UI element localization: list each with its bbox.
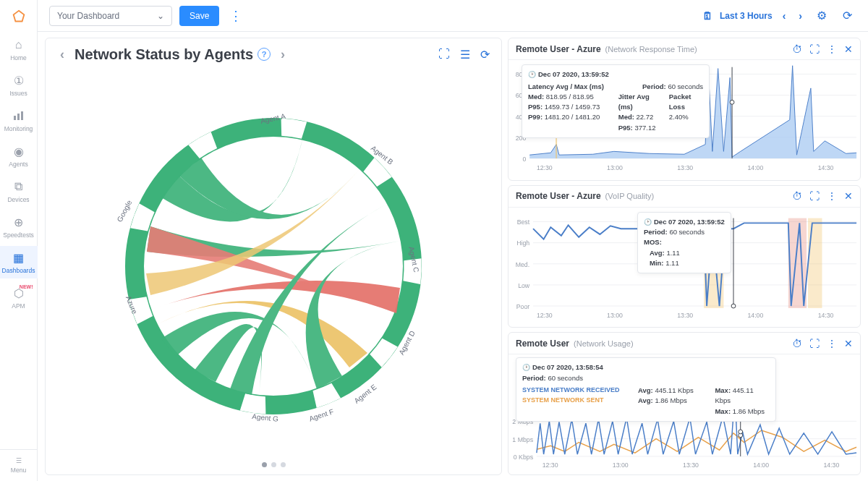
save-button[interactable]: Save [179, 6, 219, 26]
rail-home[interactable]: ⌂Home [0, 33, 38, 66]
expand-icon[interactable]: ⛶ [809, 190, 820, 202]
rail-issues[interactable]: ①Issues [0, 69, 38, 101]
rail-dashboards[interactable]: ▦Dashboards [0, 246, 38, 278]
refresh-icon[interactable]: ⟳ [838, 9, 856, 22]
side-rail: ⌂Home ①Issues Monitoring ◉Agents ⧉Device… [0, 0, 38, 481]
svg-text:0 Kbps: 0 Kbps [514, 454, 534, 461]
rail-monitoring[interactable]: Monitoring [0, 104, 38, 137]
agents-icon: ◉ [12, 144, 26, 158]
close-icon[interactable]: ✕ [844, 190, 853, 202]
settings-icon[interactable]: ⚙ [812, 9, 831, 22]
filter-icon[interactable]: ☰ [460, 48, 470, 61]
tooltip: 🕑Dec 07 2020, 13:59:52 Latency Avg / Max… [522, 64, 710, 138]
clock-icon: 🕑 [528, 71, 536, 78]
help-icon[interactable]: ? [258, 48, 271, 61]
svg-text:12:30: 12:30 [537, 311, 553, 318]
pager-dot-1[interactable] [262, 462, 267, 467]
devices-icon: ⧉ [12, 179, 26, 194]
svg-text:12:30: 12:30 [542, 461, 558, 469]
dashboard-select[interactable]: Your Dashboard ⌄ [49, 6, 172, 26]
svg-rect-2 [21, 111, 23, 120]
stopwatch-icon[interactable]: ⏱ [792, 338, 802, 349]
svg-rect-0 [14, 116, 16, 120]
svg-text:13:00: 13:00 [613, 461, 629, 469]
speedtest-icon: ⊕ [12, 215, 26, 229]
app-logo [10, 9, 27, 26]
chevron-down-icon: ⌄ [157, 11, 164, 21]
issues-icon: ① [12, 73, 26, 88]
tooltip: 🕑Dec 07 2020, 13:58:54 Period: 60 second… [516, 357, 776, 422]
expand-icon[interactable]: ⛶ [438, 48, 450, 61]
clock-icon: 🕑 [644, 218, 652, 226]
rail-menu[interactable]: ☰Menu [0, 449, 38, 481]
panel-next-icon[interactable]: › [278, 47, 288, 62]
monitoring-icon [12, 108, 26, 123]
panel-title: Network Status by Agents ? [75, 46, 271, 63]
calendar-icon: 🗓 [702, 10, 712, 22]
pager-dot-3[interactable] [281, 462, 286, 467]
chart-usage: Remote User (Network Usage) ⏱ ⛶ ⋮ ✕ [508, 332, 861, 475]
svg-text:Google: Google [116, 199, 134, 224]
menu-icon: ☰ [16, 457, 22, 464]
chord-panel: ‹ Network Status by Agents ? › ⛶ ☰ ⟳ [45, 38, 502, 475]
svg-text:Best: Best [517, 218, 530, 226]
svg-text:Agent F: Agent F [308, 407, 335, 422]
rail-agents[interactable]: ◉Agents [0, 140, 38, 172]
svg-point-46 [731, 304, 736, 308]
svg-text:13:30: 13:30 [677, 164, 693, 171]
expand-icon[interactable]: ⛶ [809, 338, 820, 349]
pager-dot-2[interactable] [271, 462, 276, 467]
time-range[interactable]: 🗓 Last 3 Hours ‹ › [702, 10, 805, 22]
svg-text:14:30: 14:30 [823, 461, 839, 469]
more-icon[interactable]: ⋮ [827, 43, 837, 55]
tooltip: 🕑Dec 07 2020, 13:59:52 Period: 60 second… [637, 212, 731, 274]
svg-point-26 [730, 100, 734, 104]
svg-text:Low: Low [518, 281, 530, 289]
svg-text:High: High [516, 239, 529, 247]
pager-dots[interactable] [46, 462, 501, 474]
svg-text:Poor: Poor [516, 303, 530, 310]
more-icon[interactable]: ⋮ [226, 8, 245, 24]
chart-response-time: Remote User - Azure (Network Response Ti… [508, 38, 861, 181]
rail-apm[interactable]: NEW!⬡APM [0, 281, 38, 314]
svg-text:14:00: 14:00 [747, 164, 763, 171]
svg-text:Med.: Med. [516, 260, 529, 268]
svg-text:12:30: 12:30 [537, 164, 553, 171]
reload-icon[interactable]: ⟳ [480, 48, 490, 61]
rail-speedtests[interactable]: ⊕Speedtests [0, 210, 38, 243]
svg-text:14:00: 14:00 [753, 461, 769, 469]
panel-prev-icon[interactable]: ‹ [57, 47, 67, 62]
svg-text:13:00: 13:00 [607, 164, 623, 171]
svg-text:14:30: 14:30 [818, 311, 834, 318]
svg-text:14:30: 14:30 [818, 164, 834, 171]
stopwatch-icon[interactable]: ⏱ [792, 190, 802, 202]
svg-point-60 [739, 430, 743, 434]
svg-text:0: 0 [522, 156, 526, 163]
svg-text:14:00: 14:00 [747, 311, 763, 318]
expand-icon[interactable]: ⛶ [809, 43, 820, 55]
close-icon[interactable]: ✕ [844, 338, 853, 349]
time-next-icon[interactable]: › [796, 10, 805, 22]
svg-rect-44 [808, 218, 822, 307]
chord-diagram: Google Agent A Agent B Agent C Agent D A… [46, 70, 501, 462]
svg-text:13:30: 13:30 [683, 461, 699, 469]
more-icon[interactable]: ⋮ [827, 338, 837, 349]
home-icon: ⌂ [12, 38, 26, 52]
svg-text:13:30: 13:30 [677, 311, 693, 318]
chart-voip: Remote User - Azure (VoIP Quality) ⏱ ⛶ ⋮… [508, 185, 861, 328]
clock-icon: 🕑 [522, 364, 530, 371]
close-icon[interactable]: ✕ [844, 43, 853, 55]
dashboards-icon: ▦ [12, 250, 26, 265]
time-prev-icon[interactable]: ‹ [780, 10, 789, 22]
stopwatch-icon[interactable]: ⏱ [792, 43, 802, 55]
svg-text:1 Mbps: 1 Mbps [512, 436, 533, 443]
topbar: Your Dashboard ⌄ Save ⋮ 🗓 Last 3 Hours ‹… [38, 0, 868, 32]
svg-text:13:00: 13:00 [607, 311, 623, 318]
rail-devices[interactable]: ⧉Devices [0, 175, 38, 208]
svg-rect-1 [17, 114, 20, 120]
more-icon[interactable]: ⋮ [827, 190, 837, 202]
